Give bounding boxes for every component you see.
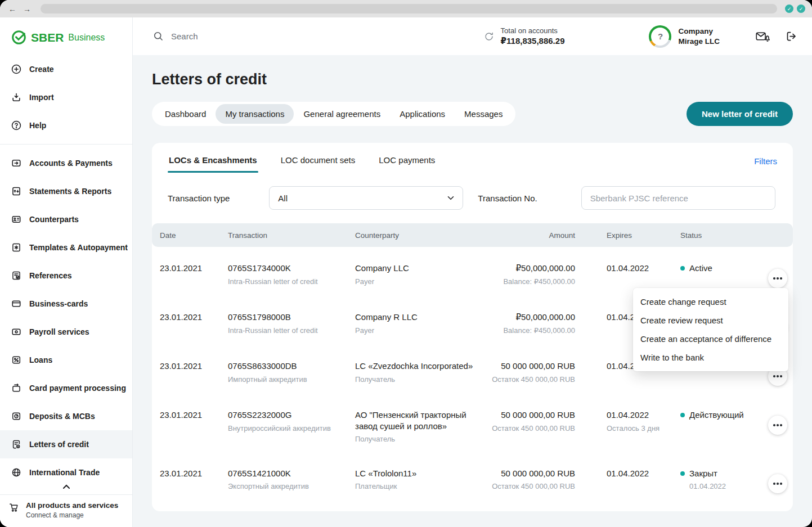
sidebar-item-counterparts[interactable]: Counterparts xyxy=(0,205,132,233)
row-actions-button[interactable] xyxy=(768,416,787,435)
subtab-loc-payments[interactable]: LOC payments xyxy=(378,150,436,173)
sber-logo-icon xyxy=(11,30,26,45)
tab-general-agreements[interactable]: General agreements xyxy=(294,104,390,124)
tab-applications[interactable]: Applications xyxy=(390,104,455,124)
menu-item-write-to-the-bank[interactable]: Write to the bank xyxy=(633,348,788,367)
col-expires: Expires xyxy=(607,231,680,240)
safe-icon xyxy=(11,411,21,421)
globe-icon xyxy=(11,467,21,478)
accounts-icon xyxy=(11,158,21,168)
top-header-bar: Search Total on accounts ₽118,835,886.29… xyxy=(133,17,812,55)
plus-circle-icon xyxy=(11,64,21,74)
menu-item-create-acceptance-of-difference[interactable]: Create an acceptance of difference xyxy=(633,330,788,348)
business-cards-icon xyxy=(11,299,21,309)
browser-back-icon[interactable]: ← xyxy=(7,4,18,13)
menu-item-create-review-request[interactable]: Create review request xyxy=(633,311,788,330)
footer-sublabel: Connect & manage xyxy=(26,511,118,519)
browser-badge-icon-2[interactable]: ✓ xyxy=(797,4,805,13)
table-header-row: Date Transaction Counterparty Amount Exp… xyxy=(152,223,793,247)
transaction-type-select[interactable]: All xyxy=(269,186,463,210)
table-row[interactable]: 23.01.2021 0765S2232000GВнутрироссийский… xyxy=(152,394,793,452)
col-status: Status xyxy=(680,231,768,240)
subtab-locs-encashments[interactable]: LOCs & Encashments xyxy=(168,150,258,173)
row-actions-button[interactable] xyxy=(768,474,787,493)
tab-dashboard[interactable]: Dashboard xyxy=(155,104,216,124)
page-title: Letters of credit xyxy=(152,71,793,88)
sidebar-item-deposits-mcbs[interactable]: Deposits & MCBs xyxy=(0,402,132,430)
col-counterparty: Counterparty xyxy=(355,231,484,240)
transaction-no-label: Transaction No. xyxy=(478,193,537,203)
total-label: Total on accounts xyxy=(501,26,565,35)
sidebar-item-help[interactable]: Help xyxy=(0,111,132,139)
sber-logo[interactable]: SBER Business xyxy=(0,17,132,55)
sidebar-item-statements-reports[interactable]: Statements & Reports xyxy=(0,177,132,205)
refresh-icon[interactable] xyxy=(484,31,494,42)
tab-messages[interactable]: Messages xyxy=(455,104,512,124)
chevron-down-icon xyxy=(447,196,454,200)
mail-notifications-icon[interactable] xyxy=(756,31,770,42)
search-button[interactable]: Search xyxy=(153,31,198,42)
import-icon xyxy=(11,92,21,102)
collapse-sidebar-chevron-icon[interactable] xyxy=(59,481,74,492)
browser-bar: ← → ✓ ✓ xyxy=(0,0,812,17)
sidebar-item-business-cards[interactable]: Business-cards xyxy=(0,290,132,318)
transaction-no-input[interactable] xyxy=(581,186,775,210)
total-value: ₽118,835,886.29 xyxy=(501,36,565,46)
templates-icon xyxy=(11,242,21,253)
sidebar-item-create[interactable]: Create xyxy=(0,55,132,83)
sidebar-item-letters-of-credit[interactable]: Letters of credit xyxy=(0,430,132,458)
sidebar-item-import[interactable]: Import xyxy=(0,83,132,111)
sidebar-item-templates-autopayments[interactable]: Templates & Autopayments xyxy=(0,233,132,262)
filters-link[interactable]: Filters xyxy=(754,156,777,166)
status-badge: Закрыт xyxy=(680,468,761,479)
sidebar-divider xyxy=(0,144,132,145)
sidebar-item-accounts-payments[interactable]: Accounts & Payments xyxy=(0,149,132,177)
tab-my-transactions[interactable]: My transactions xyxy=(216,104,294,124)
browser-forward-icon[interactable]: → xyxy=(21,4,33,13)
company-name-line2: Mirage LLC xyxy=(678,37,720,47)
new-letter-of-credit-button[interactable]: New letter of credit xyxy=(687,102,793,126)
sidebar: SBER Business Create Import Help Account… xyxy=(0,17,133,527)
table-row[interactable]: 23.01.2021 0765S1421000KЭкспортный аккре… xyxy=(152,452,793,501)
status-badge: Active xyxy=(680,263,761,274)
app-window: ← → ✓ ✓ SBER Business Create Import xyxy=(0,0,812,527)
all-products-footer[interactable]: All products and services Connect & mana… xyxy=(0,494,132,527)
company-profile[interactable]: ? Company Mirage LLC xyxy=(649,25,720,48)
address-bar[interactable] xyxy=(41,4,777,13)
letter-of-credit-icon xyxy=(11,439,21,449)
status-dot xyxy=(680,266,685,271)
loans-icon xyxy=(11,355,21,365)
col-amount: Amount xyxy=(484,231,582,240)
sidebar-item-references[interactable]: References xyxy=(0,262,132,290)
subtab-loc-document-sets[interactable]: LOC document sets xyxy=(280,150,357,173)
cart-icon xyxy=(9,502,19,512)
search-icon xyxy=(153,31,164,42)
help-icon xyxy=(11,120,21,130)
payroll-icon xyxy=(11,327,21,337)
transaction-type-label: Transaction type xyxy=(168,193,230,203)
menu-item-create-change-request[interactable]: Create change request xyxy=(633,292,788,311)
browser-badge-icon[interactable]: ✓ xyxy=(785,4,793,13)
footer-label: All products and services xyxy=(26,501,118,510)
search-label: Search xyxy=(171,31,198,41)
page-tabs: Dashboard My transactions General agreem… xyxy=(152,102,515,126)
status-badge: Действующий xyxy=(680,409,761,421)
logout-icon[interactable] xyxy=(786,30,797,42)
statements-icon xyxy=(11,186,21,196)
row-actions-context-menu: Create change request Create review requ… xyxy=(633,288,788,371)
brand-text: SBER xyxy=(31,31,64,44)
company-name-line1: Company xyxy=(678,26,720,37)
sidebar-item-card-payment-processing[interactable]: Card payment processing xyxy=(0,374,132,402)
brand-suffix-text: Business xyxy=(68,33,105,43)
sidebar-item-payroll-services[interactable]: Payroll services xyxy=(0,318,132,346)
status-dot xyxy=(680,471,685,476)
transactions-card: LOCs & Encashments LOC document sets LOC… xyxy=(152,143,793,511)
references-icon xyxy=(11,271,21,281)
card-terminal-icon xyxy=(11,383,21,393)
total-on-accounts[interactable]: Total on accounts ₽118,835,886.29 xyxy=(484,26,565,46)
sidebar-item-loans[interactable]: Loans xyxy=(0,346,132,374)
company-avatar: ? xyxy=(649,25,671,48)
col-transaction: Transaction xyxy=(228,231,355,240)
col-date: Date xyxy=(160,231,228,240)
row-actions-button[interactable] xyxy=(768,269,787,288)
